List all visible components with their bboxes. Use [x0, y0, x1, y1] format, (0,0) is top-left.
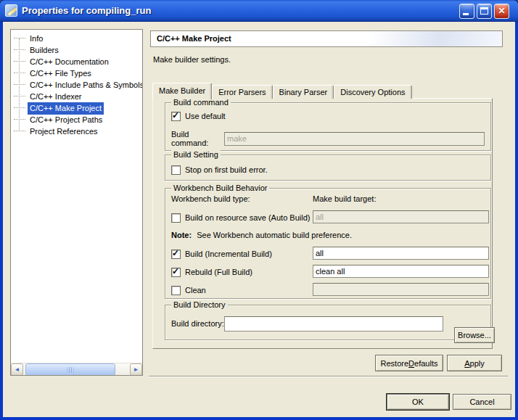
scroll-right-button[interactable]: ► — [130, 363, 142, 376]
check-icon: ✓ — [172, 266, 179, 276]
build-directory-legend: Build Directory — [171, 300, 228, 310]
sidebar-item-cpp-make-project[interactable]: C/C++ Make Project — [11, 102, 142, 114]
scroll-left-button[interactable]: ◄ — [11, 363, 23, 376]
window-title: Properties for compiling_run — [22, 0, 151, 22]
restore-defaults-button[interactable]: Restore Defaults — [375, 355, 443, 371]
chevron-left-icon: ◄ — [15, 366, 20, 373]
build-command-input[interactable] — [224, 132, 485, 146]
make-builder-tab-page: Build command ✓ Use default Build comman… — [152, 98, 493, 349]
sidebar-item-cpp-indexer[interactable]: C/C++ Indexer — [11, 91, 142, 102]
sidebar-item-cpp-project-paths[interactable]: C/C++ Project Paths — [11, 114, 142, 125]
close-button[interactable]: ✕ — [494, 4, 509, 19]
auto-build-checkbox[interactable]: ✓ — [171, 213, 181, 223]
properties-dialog: Properties for compiling_run ✕ Info Buil… — [0, 0, 518, 420]
stop-on-error-checkbox[interactable]: ✓ — [171, 165, 181, 175]
minimize-icon — [463, 13, 469, 15]
dialog-client-area: Info Builders C/C++ Documentation C/C++ … — [3, 22, 515, 417]
scrollbar-thumb[interactable] — [25, 363, 115, 376]
app-properties-icon — [5, 4, 17, 17]
properties-tree: Info Builders C/C++ Documentation C/C++ … — [10, 29, 143, 376]
rebuild-target-input[interactable] — [313, 265, 489, 278]
workbench-legend: Workbench Build Behavior — [171, 183, 269, 193]
tab-discovery-options[interactable]: Discovery Options — [334, 85, 411, 99]
incremental-build-target-input[interactable] — [313, 247, 489, 260]
maximize-button[interactable] — [477, 4, 492, 19]
tab-bar: Make Builder Error Parsers Binary Parser… — [152, 82, 412, 99]
sidebar-item-builders[interactable]: Builders — [11, 44, 142, 56]
tree-horizontal-scrollbar[interactable]: ◄ ► — [11, 363, 142, 375]
workbench-build-behavior-group: Workbench Build Behavior Workbench build… — [165, 188, 491, 299]
check-icon: ✓ — [172, 110, 179, 120]
auto-build-target-input[interactable] — [313, 210, 489, 223]
rebuild-checkbox[interactable]: ✓ — [171, 268, 181, 277]
sidebar-item-cpp-file-types[interactable]: C/C++ File Types — [11, 67, 142, 79]
clean-label: Clean — [185, 286, 206, 295]
build-directory-label: Build directory: — [171, 319, 224, 328]
incremental-build-checkbox[interactable]: ✓ — [171, 250, 181, 259]
footer-separator — [149, 376, 508, 377]
note-text: See Workbench automatic build preference… — [197, 231, 352, 239]
close-icon: ✕ — [498, 6, 505, 16]
build-setting-group: Build Setting ✓ Stop on first build erro… — [165, 155, 491, 181]
page-title: C/C++ Make Project — [150, 30, 503, 47]
page-subtitle: Make builder settings. — [153, 55, 231, 64]
note-row: Note: See Workbench automatic build pref… — [171, 231, 352, 239]
chevron-right-icon: ► — [133, 366, 139, 373]
tab-make-builder[interactable]: Make Builder — [152, 83, 212, 99]
build-command-group: Build command ✓ Use default Build comman… — [165, 102, 491, 151]
check-icon: ✓ — [172, 248, 179, 258]
stop-on-error-label: Stop on first build error. — [185, 165, 268, 174]
make-build-target-label: Make build target: — [313, 194, 376, 203]
workbench-build-type-label: Workbench build type: — [171, 194, 250, 203]
sidebar-item-cpp-documentation[interactable]: C/C++ Documentation — [11, 56, 142, 67]
ok-button[interactable]: OK — [387, 394, 449, 410]
minimize-button[interactable] — [459, 4, 474, 19]
use-default-label: Use default — [185, 112, 226, 120]
note-label: Note: — [171, 231, 192, 239]
cancel-button[interactable]: Cancel — [453, 394, 511, 410]
clean-checkbox[interactable]: ✓ — [171, 286, 181, 295]
incremental-build-label: Build (Incremental Build) — [185, 250, 272, 258]
tab-binary-parser[interactable]: Binary Parser — [273, 85, 334, 99]
clean-target-input[interactable] — [313, 283, 489, 296]
tab-error-parsers[interactable]: Error Parsers — [212, 85, 272, 99]
build-command-label: Build command: — [171, 130, 224, 147]
rebuild-label: Rebuild (Full Build) — [185, 268, 252, 276]
use-default-checkbox[interactable]: ✓ — [171, 112, 181, 121]
sidebar-item-project-references[interactable]: Project References — [11, 125, 142, 137]
sidebar-item-cpp-include-paths[interactable]: C/C++ Include Paths & Symbols — [11, 79, 142, 91]
build-setting-legend: Build Setting — [171, 149, 221, 160]
browse-button[interactable]: Browse... — [454, 327, 495, 343]
build-directory-input[interactable] — [224, 316, 443, 332]
maximize-icon — [480, 7, 488, 15]
sidebar-item-info[interactable]: Info — [11, 33, 142, 44]
auto-build-label: Build on resource save (Auto Build) — [185, 213, 310, 222]
titlebar: Properties for compiling_run ✕ — [0, 0, 518, 22]
build-directory-group: Build Directory Build directory: Browse.… — [165, 305, 491, 340]
apply-button[interactable]: Apply — [447, 355, 502, 371]
